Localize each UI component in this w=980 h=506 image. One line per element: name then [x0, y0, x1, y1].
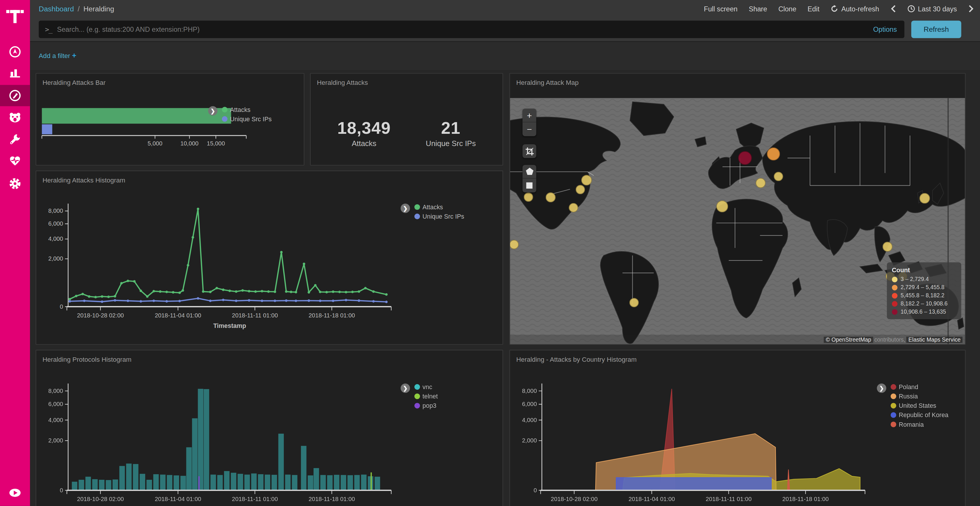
- legend-toggle-chevron-icon[interactable]: ❯: [401, 204, 410, 213]
- country-histogram-chart: 02,0004,0006,0008,0002018-10-28 02:00201…: [510, 351, 965, 506]
- data-point: [248, 290, 251, 293]
- map-count-legend: Count 3 – 2,729.42,729.4 – 5,455.85,455.…: [887, 262, 961, 319]
- attribution-text: contributors,: [873, 336, 907, 343]
- legend-item-unique-src-ips[interactable]: Unique Src IPs: [222, 116, 272, 122]
- legend-item-russia[interactable]: Russia: [891, 393, 948, 400]
- sidebar-item-honeypot[interactable]: [0, 107, 30, 128]
- legend-label: Unique Src IPs: [423, 213, 465, 220]
- map-dot[interactable]: [546, 192, 555, 202]
- sidebar-item-dashboard[interactable]: [0, 85, 30, 106]
- add-filter-button[interactable]: Add a filter+: [39, 51, 76, 60]
- panel-title: Heralding Attack Map: [516, 79, 579, 86]
- map-dot[interactable]: [738, 151, 752, 165]
- legend-toggle-chevron-icon[interactable]: ❯: [877, 384, 886, 393]
- sidebar-item-management[interactable]: [0, 173, 30, 194]
- bar-pop3: [198, 476, 199, 490]
- edit-button[interactable]: Edit: [808, 5, 819, 13]
- legend-items: AttacksUnique Src IPs: [222, 106, 272, 122]
- sidebar-item-visualize[interactable]: [0, 62, 30, 83]
- refresh-button[interactable]: Refresh: [911, 21, 961, 38]
- bar-vnc: [186, 447, 192, 490]
- data-point: [75, 295, 78, 297]
- x-tick-label: 2018-11-04 01:00: [628, 496, 675, 502]
- legend-color-dot: [414, 214, 420, 219]
- bar-vnc: [192, 418, 197, 490]
- bar-vnc: [113, 479, 118, 490]
- legend-label: Poland: [899, 384, 918, 390]
- legend-item-unique-src-ips[interactable]: Unique Src IPs: [414, 213, 465, 220]
- bar-vnc: [272, 475, 277, 490]
- heartbeat-icon: [9, 155, 21, 167]
- attribution-link[interactable]: Elastic Maps Service: [907, 336, 963, 343]
- time-forward-button[interactable]: [968, 5, 974, 13]
- map-dot[interactable]: [767, 147, 780, 160]
- panel-attacks-histogram: Heralding Attacks Histogram 02,0004,0006…: [36, 171, 503, 345]
- map-dot[interactable]: [756, 178, 766, 188]
- area-series-Republic of Korea: [616, 478, 772, 490]
- map-dot[interactable]: [716, 200, 728, 212]
- map-dot[interactable]: [629, 298, 638, 307]
- zoom-in-button[interactable]: +: [522, 109, 536, 122]
- auto-refresh-button[interactable]: Auto-refresh: [830, 5, 879, 13]
- map-dot[interactable]: [510, 240, 519, 249]
- sidebar-item-discover[interactable]: [0, 41, 30, 62]
- legend-item-vnc[interactable]: vnc: [414, 384, 438, 390]
- full-screen-button[interactable]: Full screen: [704, 5, 737, 13]
- map-dot[interactable]: [581, 174, 592, 185]
- breadcrumb: Dashboard / Heralding: [39, 5, 115, 13]
- data-point: [165, 300, 168, 303]
- data-point: [140, 289, 142, 292]
- data-point: [338, 290, 341, 293]
- legend-item-republic-of-korea[interactable]: Republic of Korea: [891, 412, 948, 419]
- zoom-out-button[interactable]: −: [522, 122, 536, 136]
- map-dot[interactable]: [568, 203, 578, 212]
- legend-item-attacks[interactable]: Attacks: [414, 204, 465, 211]
- options-link[interactable]: Options: [873, 25, 897, 33]
- search-input[interactable]: [57, 25, 873, 33]
- legend-item-poland[interactable]: Poland: [891, 384, 948, 390]
- sidebar-item-dev-tools[interactable]: [0, 128, 30, 150]
- bar-vnc: [327, 475, 333, 490]
- map-legend-color-dot: [892, 284, 897, 290]
- panel-attacks-metric: Heralding Attacks 18,349 Attacks 21 Uniq…: [310, 73, 503, 165]
- attribution-link[interactable]: © OpenStreetMap: [824, 336, 873, 343]
- x-axis-title: Timestamp: [213, 322, 246, 329]
- bar-vnc: [347, 475, 353, 490]
- sidebar-collapse-button[interactable]: [0, 482, 30, 503]
- bar-vnc: [211, 474, 216, 490]
- land-new-zealand: [958, 318, 964, 329]
- sidebar-item-monitoring[interactable]: [0, 151, 30, 172]
- y-tick-label: 2,000: [48, 255, 63, 262]
- polygon-tool-button[interactable]: [522, 165, 536, 179]
- map-dot[interactable]: [575, 184, 584, 194]
- filter-row: Add a filter+: [30, 41, 980, 70]
- legend-label: Unique Src IPs: [230, 116, 272, 122]
- crop-tool-button[interactable]: [522, 144, 536, 158]
- data-point: [228, 289, 231, 292]
- data-point: [308, 299, 310, 302]
- map-dot[interactable]: [919, 193, 929, 203]
- time-picker-button[interactable]: Last 30 days: [907, 5, 957, 13]
- legend-item-pop3[interactable]: pop3: [414, 402, 438, 409]
- breadcrumb-dashboard-link[interactable]: Dashboard: [39, 5, 74, 13]
- data-point: [285, 299, 288, 302]
- clone-button[interactable]: Clone: [778, 5, 797, 13]
- legend-item-telnet[interactable]: telnet: [414, 393, 438, 400]
- legend-item-attacks[interactable]: Attacks: [222, 106, 272, 113]
- rectangle-tool-button[interactable]: [522, 179, 536, 192]
- share-button[interactable]: Share: [749, 5, 767, 13]
- bar-vnc: [79, 480, 84, 490]
- legend-color-dot: [222, 116, 228, 122]
- legend-toggle-chevron-icon[interactable]: ❯: [208, 106, 218, 116]
- map-dot[interactable]: [523, 192, 533, 201]
- legend-toggle-chevron-icon[interactable]: ❯: [401, 384, 410, 393]
- data-point: [358, 299, 360, 302]
- world-map[interactable]: +− Count 3 – 2,729.42,729.4 – 5,455.85,4…: [510, 98, 965, 344]
- legend-item-united-states[interactable]: United States: [891, 402, 948, 409]
- map-dot[interactable]: [773, 171, 783, 181]
- t-mobile-logo[interactable]: [0, 4, 30, 26]
- map-dot[interactable]: [883, 242, 892, 252]
- bar-vnc: [361, 474, 367, 490]
- legend-item-romania[interactable]: Romania: [891, 421, 948, 428]
- time-back-button[interactable]: [891, 5, 896, 13]
